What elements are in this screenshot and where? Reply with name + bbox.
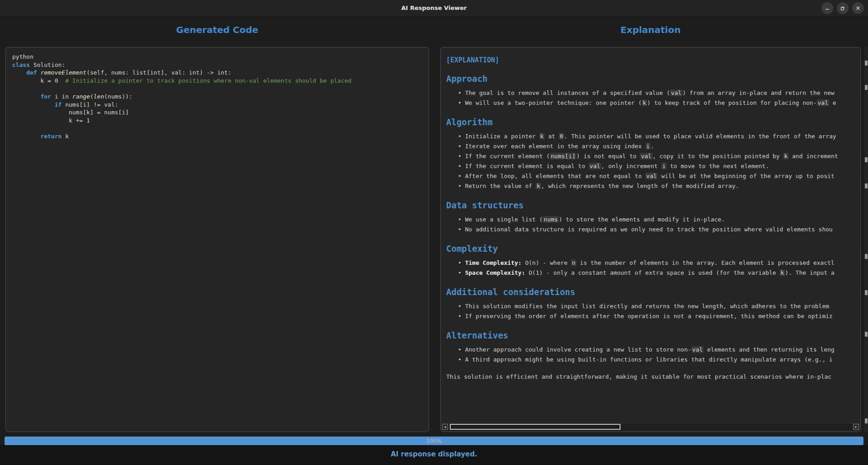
bullet-marker: • <box>458 173 465 179</box>
text-segment: No additional data structure is required… <box>465 226 833 233</box>
bullet-marker: • <box>458 346 465 353</box>
text-segment: We use a single list ( <box>465 216 543 223</box>
scroll-left-icon[interactable]: ◂ <box>442 424 448 430</box>
code-token <box>12 69 26 76</box>
text-segment: Another approach could involve creating … <box>465 346 691 353</box>
close-button[interactable] <box>852 2 864 14</box>
bullet-marker: • <box>458 356 465 363</box>
bullet-marker: • <box>458 99 465 106</box>
bullet-item: • Return the value of k, which represent… <box>446 181 860 191</box>
inline-code: n <box>571 259 576 266</box>
explanation-panel[interactable]: [EXPLANATION]Approach• The goal is to re… <box>440 47 861 432</box>
section-heading: Algorithm <box>446 117 860 127</box>
section-heading: Alternatives <box>446 330 860 341</box>
inline-code: 0 <box>559 133 564 140</box>
bullet-item: • After the loop, all elements that are … <box>446 171 860 181</box>
inline-code: nums <box>543 216 559 223</box>
code-token: Solution: <box>30 61 65 68</box>
explanation-section: Algorithm• Initialize a pointer k at 0. … <box>446 117 860 191</box>
status-text: AI response displayed. <box>0 450 868 458</box>
code-token: len <box>93 93 104 100</box>
code-token: k <box>62 133 69 140</box>
code-token: for <box>41 93 51 100</box>
explanation-section: Alternatives• Another approach could inv… <box>446 330 860 365</box>
code-line: python <box>12 53 429 61</box>
text-segment: This solution modifies the input list di… <box>465 303 829 310</box>
inline-code: k <box>536 183 541 189</box>
text-segment: After the loop, all elements that are no… <box>465 173 645 179</box>
section-heading: Data structures <box>446 200 860 211</box>
code-token: nums[i] != val: <box>62 101 118 108</box>
text-segment: to move to the next element. <box>667 163 769 169</box>
text-segment: The goal is to remove all instances of a… <box>465 89 670 96</box>
text-segment: will be at the beginning of the array up… <box>658 173 834 179</box>
bullet-marker: • <box>458 153 465 160</box>
scrollbar-mark <box>865 332 868 337</box>
section-heading: Approach <box>446 73 860 84</box>
code-panel[interactable]: pythonclass Solution: def removeElement(… <box>5 47 429 432</box>
code-line: if nums[i] != val: <box>12 101 429 109</box>
code-token: ( <box>90 93 93 100</box>
code-line: for i in range(len(nums)): <box>12 93 429 101</box>
bullet-marker: • <box>458 89 465 96</box>
code-token: (nums)): <box>104 93 133 100</box>
code-token: (self, nums: list[int], val: int) -> int… <box>86 69 231 76</box>
restore-icon <box>840 5 845 11</box>
horizontal-scrollbar[interactable]: ◂ ▸ <box>442 423 859 430</box>
vertical-scrollbar-sliver[interactable] <box>864 47 868 432</box>
code-line: return k <box>12 132 429 141</box>
bullet-marker: • <box>458 259 465 266</box>
restore-button[interactable] <box>837 2 849 14</box>
code-token: return <box>41 133 62 140</box>
text-segment: . This pointer will be used to place val… <box>564 133 836 140</box>
scrollbar-mark <box>865 254 868 259</box>
bold-text: Time Complexity: <box>465 259 522 266</box>
explanation-section: Approach• The goal is to remove all inst… <box>446 73 860 108</box>
scrollbar-thumb[interactable] <box>450 424 621 430</box>
bullet-marker: • <box>458 143 465 150</box>
inline-code: nums[i] <box>550 153 577 160</box>
text-segment: , which represents the new length of the… <box>541 183 739 189</box>
progress-bar: 100% <box>5 437 863 445</box>
window-title: AI Response Viewer <box>0 0 868 16</box>
text-segment: and increment <box>789 153 838 160</box>
bullet-item: • No additional data structure is requir… <box>446 225 860 235</box>
explanation-section: Complexity• Time Complexity: O(n) - wher… <box>446 243 860 278</box>
text-segment: This solution is efficient and straightf… <box>446 373 831 380</box>
text-segment: Initialize a pointer <box>465 133 539 140</box>
status-bar: AI response displayed. <box>0 445 868 465</box>
bullet-marker: • <box>458 313 465 319</box>
code-line <box>12 85 429 93</box>
scrollbar-mark <box>865 418 868 423</box>
titlebar: AI Response Viewer <box>0 0 868 17</box>
code-token <box>12 133 41 140</box>
text-segment: Iterate over each element in the array u… <box>465 143 645 150</box>
text-segment: ) from an array in-place and return the … <box>682 89 835 96</box>
code-token: if <box>55 101 62 108</box>
scrollbar-mark <box>865 183 868 188</box>
text-segment: , only increment <box>601 163 661 169</box>
text-segment: , copy it to the position pointed by <box>653 153 784 160</box>
bullet-list: • Another approach could involve creatin… <box>446 345 860 365</box>
bullet-list: • This solution modifies the input list … <box>446 301 860 321</box>
code-token: nums[k] = nums[i] <box>12 109 129 116</box>
text-segment: If preserving the order of elements afte… <box>465 313 833 319</box>
bullet-marker: • <box>458 216 465 223</box>
text-segment: O(n) - where <box>522 259 571 266</box>
text-segment: O(1) - only a constant amount of extra s… <box>525 269 780 276</box>
inline-code: i <box>661 163 667 169</box>
bullet-marker: • <box>458 183 465 189</box>
inline-code: val <box>670 89 682 96</box>
scroll-right-icon[interactable]: ▸ <box>853 424 859 430</box>
code-token: class <box>12 61 30 68</box>
text-segment: is the number of elements in the array. … <box>576 259 834 266</box>
text-segment: We will use a two-pointer technique: one… <box>465 99 642 106</box>
code-line: k = 0 # Initialize a pointer to track po… <box>12 77 429 85</box>
bullet-item: • If the current element (nums[i]) is no… <box>446 151 860 161</box>
inline-code: k <box>642 99 647 106</box>
minimize-button[interactable] <box>821 2 833 14</box>
explanation-section: Data structures• We use a single list (n… <box>446 200 860 235</box>
closing-paragraph: This solution is efficient and straightf… <box>446 372 860 382</box>
text-segment: ). The input a <box>785 269 835 276</box>
minimize-icon <box>825 5 830 11</box>
